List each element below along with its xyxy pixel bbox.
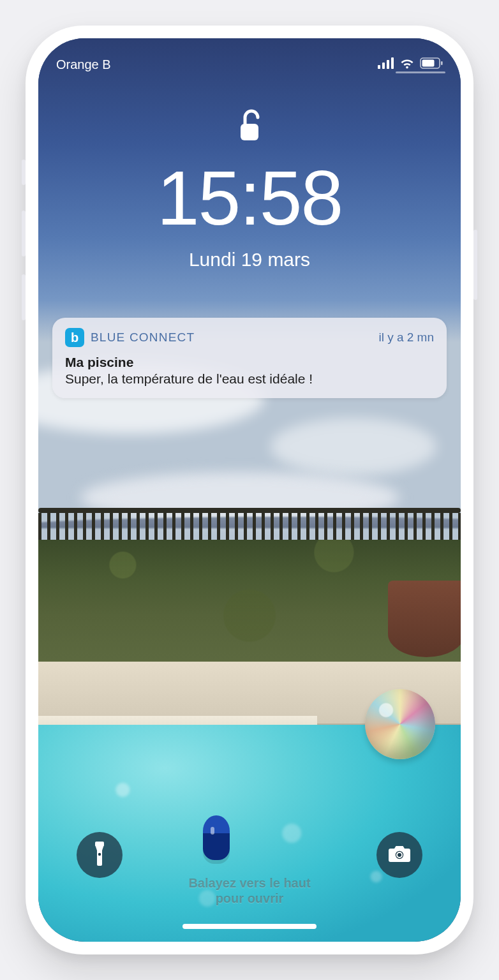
notification-app-name: BLUE CONNECT <box>91 330 195 345</box>
notification-title: Ma piscine <box>65 355 434 370</box>
wallpaper-planter <box>388 581 461 657</box>
volume-up-button[interactable] <box>22 211 26 256</box>
notification-card[interactable]: b BLUE CONNECT il y a 2 mn Ma piscine Su… <box>52 318 447 398</box>
svg-point-9 <box>98 853 101 856</box>
app-icon-letter: b <box>71 331 78 344</box>
svg-rect-2 <box>387 60 389 69</box>
wallpaper-pool-sensor <box>203 815 230 860</box>
unlock-icon <box>237 108 262 145</box>
battery-icon <box>420 57 443 72</box>
wallpaper-beach-ball <box>365 689 435 759</box>
camera-icon <box>388 845 411 865</box>
lock-area: 15:58 Lundi 19 mars <box>38 108 461 271</box>
wifi-icon <box>399 57 415 72</box>
notification-timestamp: il y a 2 mn <box>378 330 434 345</box>
svg-rect-6 <box>441 61 443 65</box>
cellular-icon <box>378 57 394 72</box>
notification-header: b BLUE CONNECT il y a 2 mn <box>65 328 434 347</box>
svg-rect-1 <box>382 63 385 69</box>
app-icon: b <box>65 328 84 347</box>
power-button[interactable] <box>473 230 477 300</box>
clock-date: Lundi 19 mars <box>38 249 461 271</box>
lock-screen[interactable]: Orange B <box>38 38 461 942</box>
unlock-hint-line2: pour ouvrir <box>38 891 461 906</box>
volume-down-button[interactable] <box>22 274 26 320</box>
flashlight-button[interactable] <box>77 832 123 878</box>
status-underline <box>396 71 445 73</box>
svg-rect-8 <box>95 842 104 847</box>
mute-switch[interactable] <box>22 160 26 185</box>
clock-time: 15:58 <box>38 160 461 236</box>
flashlight-icon <box>91 842 108 868</box>
home-indicator[interactable] <box>182 924 317 929</box>
svg-rect-3 <box>391 57 394 69</box>
unlock-hint: Balayez vers le haut pour ouvrir <box>38 875 461 906</box>
wallpaper-cloud <box>271 418 436 475</box>
phone-frame: Orange B <box>26 26 473 954</box>
svg-rect-0 <box>378 65 380 69</box>
svg-rect-7 <box>241 124 258 140</box>
svg-rect-5 <box>422 59 435 66</box>
status-bar: Orange B <box>38 38 461 77</box>
carrier-label: Orange B <box>56 57 111 72</box>
camera-button[interactable] <box>376 832 422 878</box>
notification-body: Super, la température de l'eau est idéal… <box>65 371 434 387</box>
status-indicators <box>378 57 443 72</box>
